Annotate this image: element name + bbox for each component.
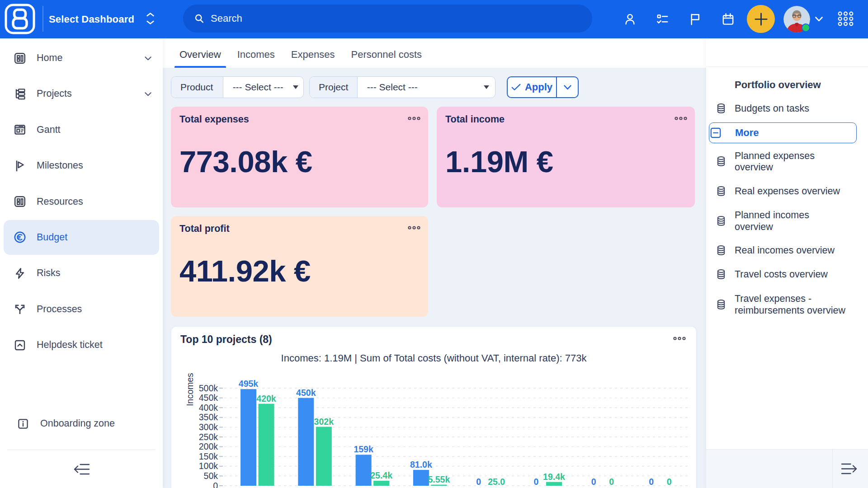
- account-chevron-down-icon[interactable]: [815, 17, 823, 22]
- project-select[interactable]: --- Select ---: [358, 77, 495, 98]
- sidebar-item-label: Resources: [37, 196, 83, 207]
- search-input[interactable]: Search: [183, 5, 592, 33]
- bar-incomes-3[interactable]: [413, 470, 429, 486]
- calendar-icon[interactable]: [718, 0, 738, 38]
- project-filter-label: Project: [310, 77, 358, 98]
- dashboard-selector-label: Select Dashboard: [49, 14, 134, 25]
- tab-label: Expenses: [291, 49, 335, 61]
- right-panel-item-more[interactable]: More: [709, 122, 857, 143]
- portfolio-overview-title: Portfolio overview: [735, 79, 821, 91]
- bar-total-costs-without-vat-internal-rate-1[interactable]: [316, 427, 332, 486]
- bar-value-label: 81.0k: [410, 460, 432, 469]
- footer-divider: [832, 450, 833, 488]
- apply-button[interactable]: Apply: [508, 77, 557, 97]
- right-panel-item-budgets-on-tasks[interactable]: Budgets on tasks: [706, 91, 868, 127]
- y-tick-label: 400k: [199, 403, 218, 413]
- apply-split-button: Apply: [507, 76, 579, 98]
- flag-icon[interactable]: [685, 0, 705, 38]
- bar-total-costs-without-vat-internal-rate-5[interactable]: [546, 482, 562, 486]
- sidebar-item-processes[interactable]: Processes: [4, 292, 159, 327]
- dashboard-icon: [14, 52, 26, 65]
- add-new-button[interactable]: [747, 5, 775, 33]
- chevron-down-icon: [564, 85, 571, 90]
- right-panel-item-label: Travel expenses - reimbursements overvie…: [735, 293, 849, 316]
- chevron-down-icon: [145, 56, 151, 61]
- card-menu-icon[interactable]: [674, 116, 688, 121]
- bar-incomes-0[interactable]: [241, 389, 256, 486]
- tab-personnel-costs[interactable]: Personnel costs: [346, 38, 427, 68]
- panel-expand-icon[interactable]: [840, 463, 858, 474]
- sidebar-item-label: Risks: [37, 267, 61, 279]
- right-panel-item-travel-expenses-reimbursements-overview[interactable]: Travel expenses - reimbursements overvie…: [706, 287, 868, 323]
- bar-total-costs-without-vat-internal-rate-3[interactable]: [431, 485, 447, 486]
- product-select[interactable]: --- Select ---: [223, 77, 303, 98]
- database-icon: [716, 185, 726, 198]
- database-icon: [716, 103, 726, 115]
- chart-subtitle: Incomes: 1.19M | Sum of Total costs (wit…: [171, 352, 696, 364]
- chevron-down-icon: [145, 92, 151, 96]
- bar-value-label: 159k: [354, 444, 373, 454]
- sidebar-collapse-icon[interactable]: [73, 464, 90, 475]
- left-sidebar: HomeProjectsGanttMilestonesResourcesBudg…: [0, 38, 163, 488]
- euro-circle-icon: [14, 231, 26, 244]
- select-arrow-icon: [293, 85, 298, 89]
- tab-expenses[interactable]: Expenses: [286, 38, 340, 68]
- y-tick-label: 300k: [199, 422, 218, 432]
- database-icon: [716, 244, 726, 257]
- database-icon: [716, 155, 726, 168]
- sidebar-menu: HomeProjectsGanttMilestonesResourcesBudg…: [0, 41, 163, 364]
- y-tick-label: 150k: [199, 451, 218, 461]
- task-list-icon[interactable]: [652, 0, 672, 38]
- sidebar-item-label: Projects: [37, 88, 72, 99]
- card-value: 411.92k €: [179, 253, 311, 288]
- main-area: OverviewIncomesExpensesPersonnel costs P…: [163, 38, 706, 488]
- app-logo-8-icon[interactable]: [5, 4, 35, 34]
- database-icon: [716, 268, 726, 281]
- tab-label: Personnel costs: [351, 49, 422, 61]
- sidebar-item-gantt[interactable]: Gantt: [4, 113, 159, 147]
- user-icon[interactable]: [620, 0, 640, 38]
- search-placeholder: Search: [211, 13, 242, 24]
- sidebar-item-projects[interactable]: Projects: [4, 76, 159, 111]
- sidebar-item-budget[interactable]: Budget: [4, 220, 159, 255]
- bar-total-costs-without-vat-internal-rate-0[interactable]: [259, 404, 274, 486]
- lightning-icon: [14, 267, 26, 280]
- y-tick-label: 50k: [204, 471, 218, 481]
- bar-total-costs-without-vat-internal-rate-2[interactable]: [373, 481, 389, 486]
- card-menu-icon[interactable]: [407, 225, 421, 230]
- y-tick-label: 450k: [199, 393, 218, 403]
- bar-value-label: 25.4k: [370, 470, 392, 480]
- right-sidebar: Portfolio overview Budgets on tasksMoreP…: [706, 38, 868, 488]
- bar-value-label: 5.55k: [428, 474, 450, 484]
- project-select-value: --- Select ---: [367, 82, 418, 93]
- right-panel-seam: [706, 66, 868, 67]
- sidebar-item-onboarding-zone[interactable]: Onboarding zone: [4, 406, 159, 441]
- sidebar-item-resources[interactable]: Resources: [4, 184, 159, 219]
- sidebar-item-label: Budget: [37, 232, 67, 243]
- online-status-badge: [802, 23, 810, 32]
- kpi-card-total-profit: Total profit411.92k €: [171, 216, 428, 317]
- chart-panel: Top 10 projects (8) Incomes: 1.19M | Sum…: [171, 326, 697, 488]
- tab-incomes[interactable]: Incomes: [232, 38, 280, 68]
- dashboard-sort-icon[interactable]: [146, 13, 154, 24]
- tab-label: Overview: [179, 49, 221, 61]
- apply-dropdown-button[interactable]: [557, 77, 578, 97]
- bar-incomes-2[interactable]: [356, 455, 372, 486]
- sidebar-item-helpdesk-ticket[interactable]: Helpdesk ticket: [4, 328, 159, 362]
- card-menu-icon[interactable]: [407, 116, 421, 121]
- bar-incomes-1[interactable]: [298, 398, 314, 486]
- y-tick-label: 500k: [199, 383, 218, 393]
- tab-overview[interactable]: Overview: [175, 38, 226, 68]
- sidebar-item-label: Home: [37, 52, 62, 64]
- y-axis-label: Incomes: [185, 373, 195, 406]
- apps-grid-icon[interactable]: [837, 10, 854, 27]
- sidebar-item-home[interactable]: Home: [4, 41, 159, 75]
- dashboard-selector[interactable]: Select Dashboard: [49, 0, 134, 38]
- card-title: Total profit: [179, 223, 420, 235]
- y-tick-label: 250k: [199, 432, 218, 442]
- panel-menu-icon[interactable]: [673, 336, 686, 341]
- sidebar-item-milestones[interactable]: Milestones: [4, 148, 159, 183]
- sidebar-item-risks[interactable]: Risks: [4, 256, 159, 291]
- right-panel-footer: [706, 449, 868, 488]
- apply-button-label: Apply: [525, 81, 552, 93]
